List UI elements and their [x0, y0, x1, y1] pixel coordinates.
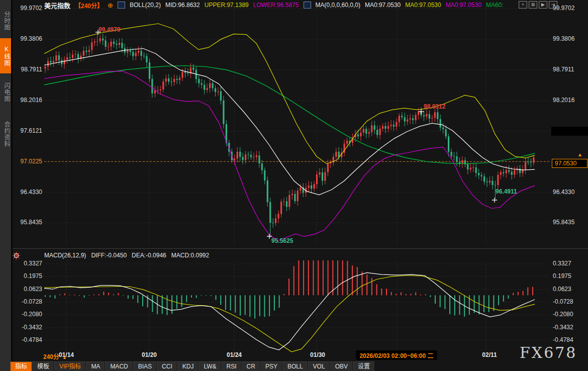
pane-divider[interactable]	[13, 248, 588, 249]
macd-tick-right-4: -0.2080	[553, 311, 586, 318]
settings-button[interactable]: 设置	[353, 361, 375, 371]
left-sidebar: 分时图K线图闪电图合约资料	[0, 0, 13, 371]
price-tick-right-7: 95.8435	[553, 219, 586, 226]
sidebar-tab-4[interactable]: 合约资料	[0, 111, 11, 158]
toolbar-item-13[interactable]: BOLL	[282, 361, 308, 371]
price-tick-left-6: 96.4330	[13, 189, 42, 196]
date-tick-0: 01/14	[59, 351, 74, 358]
price-tick-right-0: 99.9702	[553, 5, 586, 12]
toolbar-item-5[interactable]: MACD	[105, 361, 133, 371]
price-tick-left-4: 97.6121	[13, 127, 42, 135]
macd-tick-left-0: 0.3327	[13, 260, 42, 267]
price-tick-right-1: 99.3806	[553, 35, 586, 43]
macd-tick-right-5: -0.3432	[553, 324, 586, 331]
toolbar-item-3[interactable]: VIP指标	[54, 361, 86, 371]
watermark: FX678	[520, 344, 577, 361]
macd-tick-left-5: -0.3432	[13, 324, 42, 331]
sidebar-tab-3[interactable]: 闪电图	[0, 74, 11, 110]
toolbar-item-1[interactable]: 指标	[10, 361, 32, 371]
price-tick-right-3: 98.2016	[553, 97, 586, 104]
macd-tick-right-2: 0.0623	[553, 286, 586, 293]
macd-tick-right-1: 0.1975	[553, 272, 586, 280]
trading-app-window: 分时图K线图闪电图合约资料 美元指数 【240分】 ⊕ BOLL(20,2) M…	[0, 0, 588, 371]
price-marker-label-2: 98.0312	[424, 103, 445, 110]
price-tick-left-5: 97.0225	[13, 158, 42, 165]
macd-tick-right-3: -0.0728	[553, 298, 586, 306]
last-price-badge: 97.0530	[552, 159, 587, 168]
macd-title: MACD(26,12,9)	[44, 252, 86, 259]
sidebar-tab-2[interactable]: K线图	[0, 38, 11, 73]
toolbar-item-7[interactable]: CCI	[157, 361, 177, 371]
price-pointer-icon: ▲	[577, 152, 582, 157]
toolbar-item-8[interactable]: KDJ	[177, 361, 199, 371]
toolbar-item-10[interactable]: RSI	[222, 361, 242, 371]
toolbar-item-9[interactable]: LW&	[199, 361, 221, 371]
hovered-bar-time-label: 2026/02/03 02:00~06:00 二	[356, 350, 437, 360]
macd-tick-left-3: -0.0728	[13, 298, 42, 306]
timeframe-label: 240分	[43, 353, 59, 360]
toolbar-item-14[interactable]: VOL	[308, 361, 330, 371]
price-tick-left-2: 98.7911	[13, 66, 42, 73]
macd-tick-right-0: 0.3327	[553, 260, 586, 267]
macd-tick-left-2: 0.0623	[13, 286, 42, 293]
price-tick-left-1: 99.3806	[13, 35, 42, 43]
price-tick-left-3: 98.2016	[13, 97, 42, 104]
price-tick-left-7: 95.8435	[13, 219, 42, 226]
toolbar-item-15[interactable]: OBV	[330, 361, 353, 371]
price-tick-left-0: 99.9702	[13, 5, 42, 12]
toolbar-item-11[interactable]: CR	[242, 361, 260, 371]
masked-price-label	[551, 127, 588, 136]
candlestick-chart[interactable]	[44, 5, 550, 246]
macd-tick-left-6: -0.4784	[13, 336, 42, 344]
macd-tick-right-6: -0.4784	[553, 336, 586, 344]
date-tick-2: 01/24	[227, 351, 242, 358]
date-tick-3: 01/30	[310, 351, 325, 358]
macd-macd-value: MACD:0.0992	[171, 252, 209, 259]
price-marker-label-4: 96.4911	[496, 188, 517, 195]
indicator-toolbar: 指标模板VIP指标MAMACDBIASCCIKDJLW&RSICRPSYBOLL…	[10, 361, 375, 371]
macd-dea-value: DEA:-0.0946	[132, 252, 166, 259]
macd-tick-left-1: 0.1975	[13, 272, 42, 280]
price-marker-label-3: 95.5625	[271, 237, 293, 244]
date-tick-1: 01/20	[142, 351, 157, 358]
macd-tick-left-4: -0.2080	[13, 311, 42, 318]
toolbar-item-4[interactable]: MA	[86, 361, 105, 371]
price-tick-right-6: 96.4330	[553, 189, 586, 196]
price-tick-right-2: 98.7911	[553, 66, 586, 73]
date-tick-4: 02/11	[482, 351, 497, 358]
macd-header: MACD(26,12,9) DIFF:-0.0450 DEA:-0.0946 M…	[44, 252, 209, 259]
toolbar-item-6[interactable]: BIAS	[133, 361, 157, 371]
toolbar-item-2[interactable]: 模板	[32, 361, 54, 371]
sidebar-tab-1[interactable]: 分时图	[0, 3, 11, 38]
macd-diff-value: DIFF:-0.0450	[91, 252, 127, 259]
macd-chart[interactable]	[44, 260, 550, 353]
price-marker-label-1: 99.4979	[99, 26, 120, 33]
toolbar-item-12[interactable]: PSY	[260, 361, 282, 371]
